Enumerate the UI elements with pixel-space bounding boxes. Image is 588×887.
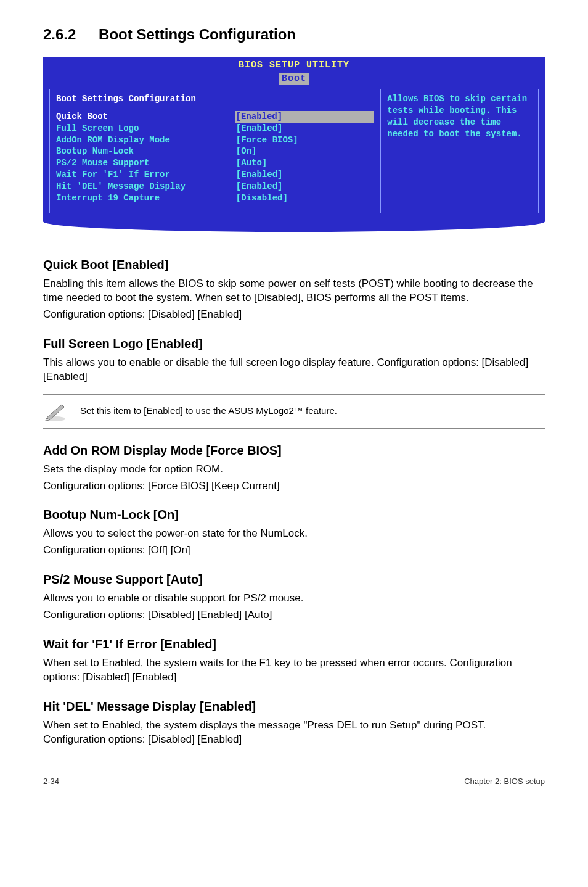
text-addon-rom-1: Sets the display mode for option ROM. [43,463,545,477]
bios-setting-value: [Enabled] [235,111,375,123]
bios-header-text: BIOS SETUP UTILITY [239,60,349,70]
text-hit-del: When set to Enabled, the system displays… [43,719,545,747]
bios-setting-row: Quick Boot[Enabled] [56,111,374,123]
bios-setting-row: PS/2 Mouse Support[Auto] [56,157,374,169]
text-quick-boot-2: Configuration options: [Disabled] [Enabl… [43,308,545,322]
bios-screenshot: BIOS SETUP UTILITY Boot Boot Settings Co… [43,57,545,232]
heading-quick-boot: Quick Boot [Enabled] [43,257,545,273]
bios-setting-value: [Enabled] [236,181,374,192]
pencil-note-icon [43,401,68,422]
note-box: Set this item to [Enabled] to use the AS… [43,394,545,429]
heading-wait-f1: Wait for 'F1' If Error [Enabled] [43,636,545,653]
note-text: Set this item to [Enabled] to use the AS… [80,405,337,417]
bios-setting-row: Interrupt 19 Capture[Disabled] [56,192,374,204]
heading-full-screen-logo: Full Screen Logo [Enabled] [43,336,545,352]
heading-numlock: Bootup Num-Lock [On] [43,506,545,523]
bios-help-text: Allows BIOS to skip certain tests while … [387,94,527,139]
bios-setting-value: [Auto] [236,157,374,169]
bios-setting-row: Full Screen Logo[Enabled] [56,123,374,134]
bios-setting-label: Hit 'DEL' Message Display [56,181,236,192]
bios-header: BIOS SETUP UTILITY Boot [43,57,545,85]
text-numlock-2: Configuration options: [Off] [On] [43,543,545,558]
bios-setting-label: Full Screen Logo [56,123,236,134]
text-quick-boot-1: Enabling this item allows the BIOS to sk… [43,277,545,305]
heading-hit-del: Hit 'DEL' Message Display [Enabled] [43,698,545,715]
text-addon-rom-2: Configuration options: [Force BIOS] [Kee… [43,479,545,493]
bios-setting-row: AddOn ROM Display Mode[Force BIOS] [56,134,374,146]
section-number: 2.6.2 [43,25,76,44]
footer-chapter: Chapter 2: BIOS setup [464,776,545,787]
text-ps2-2: Configuration options: [Disabled] [Enabl… [43,608,545,622]
bios-setting-value: [Force BIOS] [236,134,374,146]
bios-setting-label: Wait For 'F1' If Error [56,169,236,181]
footer-page-number: 2-34 [43,776,59,787]
section-heading: 2.6.2 Boot Settings Configuration [43,25,545,44]
bios-setting-value: [Enabled] [236,123,374,134]
bios-setting-label: Bootup Num-Lock [56,146,236,157]
bios-tab: Boot [279,73,309,85]
heading-addon-rom: Add On ROM Display Mode [Force BIOS] [43,442,545,459]
bios-setting-label: PS/2 Mouse Support [56,157,236,169]
bios-panel-title: Boot Settings Configuration [56,93,374,105]
text-wait-f1: When set to Enabled, the system waits fo… [43,656,545,685]
bios-setting-row: Wait For 'F1' If Error[Enabled] [56,169,374,181]
bios-setting-value: [Enabled] [236,169,374,181]
bios-setting-label: Quick Boot [56,111,235,123]
bios-left-panel: Boot Settings Configuration Quick Boot[E… [49,89,380,213]
bios-setting-value: [Disabled] [236,192,374,204]
section-title-text: Boot Settings Configuration [99,26,296,43]
bios-setting-label: AddOn ROM Display Mode [56,134,236,146]
bios-setting-label: Interrupt 19 Capture [56,192,236,204]
text-numlock-1: Allows you to select the power-on state … [43,527,545,541]
text-ps2-1: Allows you to enable or disable support … [43,592,545,606]
bios-setting-value: [On] [236,146,374,157]
text-full-screen-logo: This allows you to enable or disable the… [43,356,545,384]
heading-ps2: PS/2 Mouse Support [Auto] [43,571,545,588]
bios-help-panel: Allows BIOS to skip certain tests while … [380,89,539,213]
bios-setting-row: Bootup Num-Lock[On] [56,146,374,157]
bios-setting-row: Hit 'DEL' Message Display[Enabled] [56,181,374,192]
page-footer: 2-34 Chapter 2: BIOS setup [43,772,545,787]
